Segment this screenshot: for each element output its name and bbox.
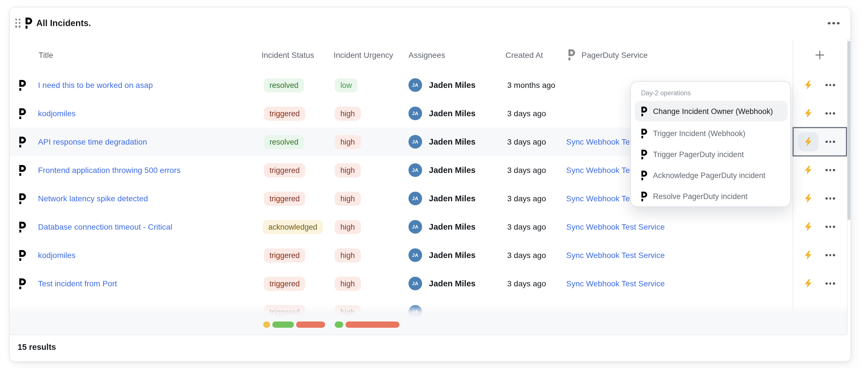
summary-pill xyxy=(345,322,399,328)
avatar: JA xyxy=(408,220,422,234)
status-badge: resolved xyxy=(264,78,304,92)
all-incidents-widget: All Incidents. Title Incident Status Inc… xyxy=(9,7,851,362)
column-header-title[interactable]: Title xyxy=(38,39,53,71)
widget-title: All Incidents. xyxy=(36,7,91,39)
vertical-scrollbar[interactable] xyxy=(847,41,850,220)
lightning-icon[interactable] xyxy=(804,80,812,90)
assignee-name: Jaden Miles xyxy=(429,213,475,241)
pagerduty-icon xyxy=(567,49,575,60)
lightning-icon[interactable] xyxy=(804,109,812,118)
lightning-icon[interactable] xyxy=(804,222,812,231)
row-actions-ellipsis[interactable] xyxy=(826,197,835,200)
incident-title-link[interactable]: Database connection timeout - Critical xyxy=(38,213,172,241)
pagerduty-icon xyxy=(18,80,26,91)
assignee-name: Jaden Miles xyxy=(429,71,475,99)
pagerduty-icon xyxy=(18,136,26,147)
assignee-name: Jaden Miles xyxy=(429,99,475,128)
row-actions-ellipsis[interactable] xyxy=(826,169,835,171)
status-badge: triggered xyxy=(264,191,306,205)
row-actions-ellipsis[interactable] xyxy=(826,84,835,86)
created-at: 3 days ago xyxy=(507,269,546,298)
row-actions-ellipsis[interactable] xyxy=(826,254,835,256)
table-row[interactable]: Database connection timeout - Critical a… xyxy=(10,213,847,241)
menu-item-resolve-pagerduty-incident[interactable]: Resolve PagerDuty incident xyxy=(635,186,787,206)
avatar: JA xyxy=(408,107,422,120)
urgency-badge: low xyxy=(335,78,358,92)
column-header-assignees[interactable]: Assignees xyxy=(408,39,445,71)
urgency-badge: high xyxy=(335,248,361,262)
incident-title-link[interactable]: kodjomiles xyxy=(38,99,75,128)
lightning-icon[interactable] xyxy=(804,194,812,203)
summary-pill xyxy=(335,322,343,328)
column-header-service[interactable]: PagerDuty Service xyxy=(582,39,648,71)
status-badge: triggered xyxy=(264,106,306,121)
incident-title-link[interactable]: I need this to be worked on asap xyxy=(38,71,153,99)
pagerduty-service-link[interactable]: Sync Webhook Test Service xyxy=(566,213,665,241)
menu-item-change-incident-owner[interactable]: Change Incident Owner (Webhook) xyxy=(635,101,787,121)
incident-title-link[interactable]: API response time degradation xyxy=(38,128,147,156)
assignee-name: Jaden Miles xyxy=(429,156,475,184)
pagerduty-icon xyxy=(18,108,26,119)
avatar: JA xyxy=(408,277,422,290)
lightning-icon[interactable] xyxy=(804,279,812,288)
pagerduty-icon xyxy=(635,128,647,138)
column-header-created[interactable]: Created At xyxy=(505,39,543,71)
row-actions-ellipsis[interactable] xyxy=(826,112,835,114)
avatar: JA xyxy=(408,248,422,262)
summary-pills xyxy=(10,304,847,335)
column-header-status[interactable]: Incident Status xyxy=(261,39,314,71)
screen: All Incidents. Title Incident Status Inc… xyxy=(0,0,868,368)
menu-item-trigger-pagerduty-incident[interactable]: Trigger PagerDuty incident xyxy=(635,144,787,164)
urgency-badge: high xyxy=(335,163,361,177)
summary-pill xyxy=(263,322,270,328)
row-actions-ellipsis[interactable] xyxy=(826,141,835,143)
urgency-badge: high xyxy=(335,276,361,291)
created-at: 3 days ago xyxy=(507,213,546,241)
pagerduty-icon xyxy=(18,165,26,176)
avatar: JA xyxy=(408,78,422,92)
incident-title-link[interactable]: kodjomiles xyxy=(38,241,75,269)
summary-pill xyxy=(272,322,294,328)
urgency-badge: high xyxy=(335,191,361,205)
row-actions-ellipsis[interactable] xyxy=(826,226,835,228)
widget-title-bar: All Incidents. xyxy=(10,7,850,40)
status-badge: triggered xyxy=(264,248,306,262)
menu-section-header: Day-2 operations xyxy=(641,87,691,99)
pagerduty-icon xyxy=(635,149,647,159)
menu-item-trigger-incident[interactable]: Trigger Incident (Webhook) xyxy=(635,123,787,143)
selected-action-cell[interactable] xyxy=(793,127,847,157)
widget-menu-button[interactable] xyxy=(828,7,839,39)
incident-title-link[interactable]: Test incident from Port xyxy=(38,269,117,298)
column-header-urgency[interactable]: Incident Urgency xyxy=(334,39,393,71)
drag-handle-icon[interactable] xyxy=(15,19,21,28)
lightning-icon[interactable] xyxy=(804,166,812,175)
pagerduty-service-link[interactable]: Sync Webhook Test Service xyxy=(566,241,665,269)
table-footer: 15 results xyxy=(10,335,850,361)
created-at: 3 months ago xyxy=(507,71,555,99)
pagerduty-icon xyxy=(18,250,26,261)
actions-column-divider xyxy=(793,39,793,335)
lightning-icon[interactable] xyxy=(804,250,812,260)
created-at: 3 days ago xyxy=(507,156,546,184)
add-column-button[interactable] xyxy=(813,49,826,61)
incident-title-link[interactable]: Frontend application throwing 500 errors xyxy=(38,156,181,184)
assignee-name: Jaden Miles xyxy=(429,241,475,269)
row-actions-ellipsis[interactable] xyxy=(826,282,835,285)
pagerduty-service-link[interactable]: Sync Webhook Test Service xyxy=(566,269,665,298)
summary-pill xyxy=(296,322,325,328)
assignee-name: Jaden Miles xyxy=(429,128,475,156)
table-row[interactable]: Test incident from Port triggered high J… xyxy=(10,269,847,298)
lightning-icon[interactable] xyxy=(804,137,812,146)
pagerduty-logo-icon xyxy=(24,18,32,29)
avatar: JA xyxy=(408,192,422,205)
table-header-row: Title Incident Status Incident Urgency A… xyxy=(10,39,847,71)
table-fade-band xyxy=(10,304,847,335)
table-row[interactable]: kodjomiles triggered high JA Jaden Miles… xyxy=(10,241,847,270)
status-badge: acknowledged xyxy=(263,220,323,234)
created-at: 3 days ago xyxy=(507,128,546,156)
incident-title-link[interactable]: Network latency spike detected xyxy=(38,184,148,213)
assignee-name: Jaden Miles xyxy=(429,269,475,298)
urgency-badge: high xyxy=(335,106,361,121)
pagerduty-icon xyxy=(635,106,647,116)
menu-item-acknowledge-pagerduty-incident[interactable]: Acknowledge PagerDuty incident xyxy=(635,165,787,186)
